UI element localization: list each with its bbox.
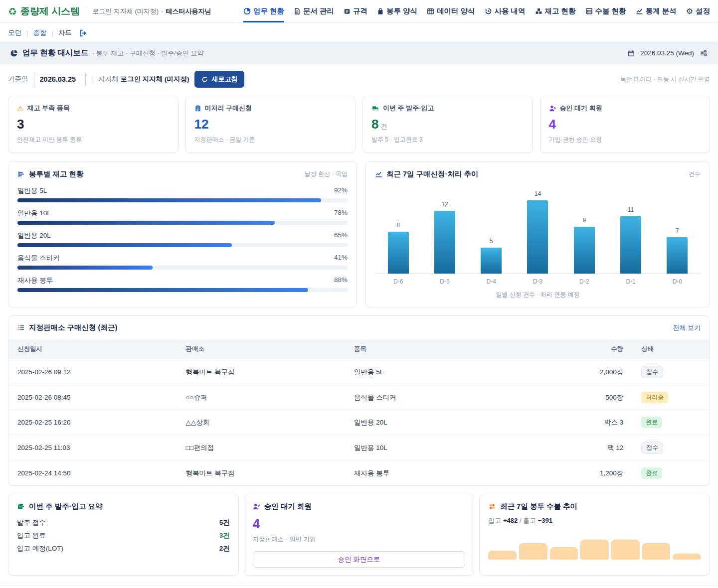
x-label: D-0	[654, 278, 701, 285]
kpi-low-stock: ⚠ 재고 부족 품목 3 안전재고 미만 봉투 종류	[8, 96, 179, 153]
sliders-icon[interactable]	[700, 49, 708, 57]
login-org: 로그인 지자체 (미지정)	[92, 7, 159, 16]
go-approval-button[interactable]: 승인 화면으로	[253, 551, 466, 568]
bar-value: 11	[628, 206, 634, 213]
requests-table: 신청일시 판매소 품목 수량 상태 2025-02-26 09:12 행복마트 …	[8, 339, 710, 485]
table-row: 2025-02-24 14:50 행복마트 북구점 재사용 봉투 1,200장 …	[8, 461, 710, 486]
in-label: 입고	[488, 517, 501, 524]
cell-qty: 500장	[548, 385, 633, 410]
cell-item: 재사용 봉투	[345, 461, 548, 486]
col-item: 품목	[345, 339, 548, 359]
trend-column: 5	[468, 238, 515, 274]
summary-row: 입고 예정(LOT)2건	[17, 542, 230, 555]
kpi-subtitle: 가입·권한 승인 요청	[549, 136, 702, 144]
requests-table-panel: 지정판매소 구매신청 (최근) 전체 보기 신청일시 판매소 품목 수량 상태 …	[8, 315, 710, 486]
row-label: 발주 접수	[17, 518, 46, 527]
trend-column: 14	[515, 190, 561, 274]
view-link-chart[interactable]: 차트	[58, 28, 72, 37]
user-plus-icon	[549, 105, 556, 112]
approval-subtitle: 지정판매소 · 일반 가입	[253, 535, 466, 544]
separator: |	[52, 29, 54, 37]
trend-bar	[574, 227, 595, 274]
nav-spec[interactable]: 규격	[344, 0, 367, 22]
progress-track	[17, 243, 348, 247]
cell-datetime: 2025-02-26 08:45	[8, 385, 177, 410]
kpi-unit: 건	[380, 123, 387, 130]
status-badge: 처리중	[641, 392, 668, 403]
refresh-button[interactable]: 새로고침	[194, 71, 244, 88]
kpi-label: 이번 주 발주·입고	[383, 104, 434, 113]
stock-percent: 41%	[334, 254, 348, 263]
summary-row: 발주 접수5건	[17, 516, 230, 529]
trend-chart-icon	[375, 170, 382, 178]
status-badge: 접수	[641, 366, 663, 378]
nav-settings[interactable]: ⚙ 설정	[686, 0, 710, 22]
stock-panel-title: 봉투별 재고 현황	[29, 169, 84, 179]
nav-inventory[interactable]: 재고 현황	[535, 0, 576, 22]
cell-store: □□편의점	[177, 435, 345, 461]
progress-track	[17, 266, 348, 270]
nav-usage-history[interactable]: 사용 내역	[485, 0, 526, 22]
footnote: 차장님 요청 반영: 봉투별 재고·구매신청 리스트·그래프 / 추가 시안: …	[0, 586, 718, 588]
status-badge: 완료	[641, 417, 662, 428]
nav-bag-forms[interactable]: 봉투 양식	[377, 0, 417, 22]
trend-column: 8	[375, 222, 421, 274]
logout-icon[interactable]	[79, 29, 87, 37]
stock-panel-meta: 낱장 환산 · 목업	[305, 170, 348, 178]
progress-track	[17, 288, 348, 292]
bag-icon	[377, 7, 384, 15]
recycle-icon: ♻	[8, 6, 17, 16]
table-row: 2025-02-25 16:20 △△상회 일반용 20L 박스 3 완료	[8, 410, 710, 435]
swap-arrows-icon	[488, 503, 496, 510]
org-value: 로그인 지자체 (미지정)	[120, 75, 189, 83]
base-date-input[interactable]	[34, 72, 86, 87]
table-row: 2025-02-25 11:03 □□편의점 일반용 10L 팩 12 접수	[8, 435, 710, 461]
bar-value: 9	[582, 217, 586, 224]
cell-item: 일반용 20L	[345, 410, 548, 435]
trend-bar	[667, 237, 688, 274]
document-icon	[294, 7, 301, 15]
order-summary-card: 이번 주 발주·입고 요약 발주 접수5건 입고 완료3건 입고 예정(LOT)…	[8, 494, 239, 576]
chart-line-icon	[636, 7, 643, 15]
col-datetime: 신청일시	[8, 339, 177, 359]
truck-icon	[371, 105, 379, 112]
mini-bar	[488, 551, 517, 560]
filter-row: 기준일 | 지자체 로그인 지자체 (미지정) 새로고침 목업 데이터 · 연동…	[0, 64, 718, 94]
package-icon	[17, 503, 25, 510]
kpi-label: 승인 대기 회원	[560, 104, 602, 113]
approval-card: 승인 대기 회원 4 지정판매소 · 일반 가입 승인 화면으로	[244, 494, 475, 576]
view-all-link[interactable]: 전체 보기	[673, 323, 701, 332]
flow-mini-chart	[488, 539, 701, 560]
mini-bar	[580, 540, 609, 560]
trend-bar	[481, 248, 502, 274]
nav-statistics[interactable]: 통계 분석	[636, 0, 677, 22]
org-label: 지자체	[98, 75, 119, 83]
table-title: 지정판매소 구매신청 (최근)	[29, 323, 117, 332]
nav-work-status[interactable]: 업무 현황	[243, 0, 284, 22]
progress-fill	[17, 221, 275, 225]
app-logo[interactable]: ♻ 종량제 시스템	[8, 5, 80, 18]
bar-value: 5	[490, 238, 493, 245]
kpi-subtitle: 안전재고 미만 봉투 종류	[17, 136, 170, 144]
nav-documents[interactable]: 문서 관리	[294, 0, 334, 22]
table-row: 2025-02-26 08:45 ○○슈퍼 음식물 스티커 500장 처리중	[8, 385, 710, 410]
middle-panels: 봉투별 재고 현황 낱장 환산 · 목업 일반용 5L92% 일반용 10L78…	[0, 153, 718, 307]
login-context: 로그인 지자체 (미지정) · 테스터사용자님	[92, 7, 211, 16]
nav-flow-status[interactable]: 수불 현황	[585, 0, 626, 22]
dashboard-pie-icon	[10, 49, 18, 57]
view-link-modern[interactable]: 모던	[8, 28, 21, 37]
bar-value: 8	[396, 222, 400, 229]
cell-datetime: 2025-02-25 11:03	[8, 435, 177, 461]
nav-data-forms[interactable]: 데이터 양식	[427, 0, 475, 22]
status-badge: 완료	[641, 467, 662, 479]
cell-store: 행복마트 북구점	[177, 461, 345, 486]
bar-value: 7	[676, 227, 679, 234]
trend-unit-label: 건수	[689, 170, 701, 178]
app-title: 종량제 시스템	[20, 5, 80, 18]
main-nav: 업무 현황 문서 관리 규격 봉투 양식 데이터 양식 사용 내역 재고 현황 …	[243, 0, 710, 22]
view-link-combined[interactable]: 종합	[33, 28, 47, 37]
x-label: D-3	[515, 278, 561, 285]
cell-datetime: 2025-02-24 14:50	[8, 461, 177, 486]
clipboard-icon	[194, 105, 201, 112]
stock-row: 일반용 20L65%	[17, 231, 348, 247]
